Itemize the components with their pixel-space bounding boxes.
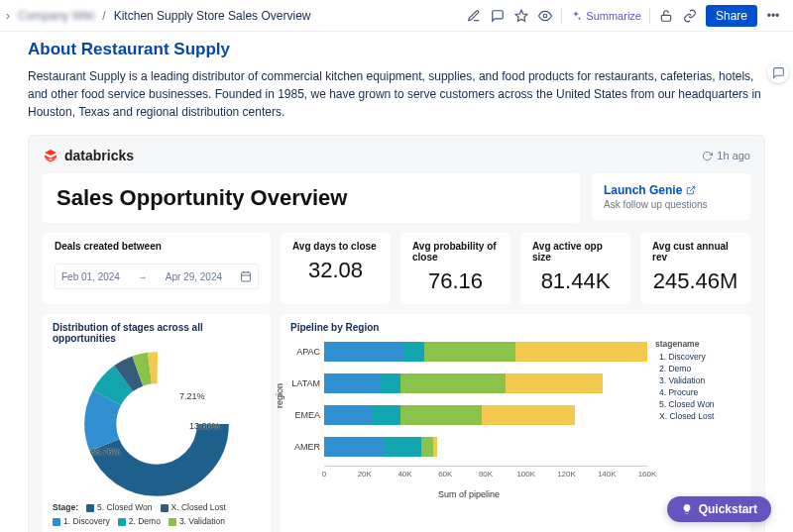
page-body: About Restaurant Supply Restaurant Suppl…	[0, 32, 793, 532]
x-tick: 40K	[397, 470, 411, 479]
dashboard-header: databricks 1h ago	[43, 148, 750, 163]
donut-pct-won: 68.76%	[90, 447, 121, 457]
svg-rect-4	[241, 272, 250, 281]
date-range-picker[interactable]: Feb 01, 2024 → Apr 29, 2024	[55, 264, 259, 289]
more-icon[interactable]: •••	[765, 8, 781, 24]
kpi-label: Avg active opp size	[532, 241, 619, 263]
kpi-label: Avg days to close	[292, 241, 379, 252]
filter-label: Deals created between	[55, 241, 259, 252]
svg-point-1	[544, 14, 548, 18]
date-to: Apr 29, 2024	[166, 271, 222, 282]
bar-row: APAC	[290, 339, 647, 365]
bar-stack	[324, 342, 647, 362]
kpi-annual-rev: Avg cust annual rev 245.46M	[640, 233, 750, 304]
bar-row: LATAM	[290, 371, 647, 396]
bar-cat-label: AMER	[290, 442, 324, 452]
donut-legend: Stage: 5. Closed Won X. Closed Lost 1. D…	[53, 502, 261, 532]
kpi-prob-close: Avg probability of close 76.16	[400, 233, 510, 304]
comment-icon[interactable]	[490, 8, 506, 24]
bar-cat-label: APAC	[290, 347, 324, 357]
quickstart-label: Quickstart	[699, 502, 757, 516]
bar-stack	[324, 437, 647, 457]
bar-row: EMEA	[290, 402, 647, 428]
bar-segment	[381, 373, 400, 393]
svg-line-3	[691, 186, 696, 191]
bar-segment	[324, 405, 373, 425]
kpi-value: 76.16	[412, 268, 499, 294]
x-tick: 160K	[638, 470, 657, 479]
dashboard-embed: databricks 1h ago Sales Opportunity Over…	[28, 135, 765, 532]
bar-segment	[515, 342, 647, 362]
donut-title: Distribution of stages across all opport…	[53, 322, 261, 344]
bar-segment	[482, 405, 575, 425]
x-tick: 80K	[479, 470, 493, 479]
bar-segment	[324, 342, 404, 362]
bar-chart: region APACLATAMEMEAAMER 020K40K60K80K10…	[290, 339, 647, 499]
chevron-right-icon[interactable]: ›	[6, 9, 10, 23]
bar-legend-header: stagename	[655, 339, 740, 349]
quickstart-button[interactable]: Quickstart	[667, 496, 771, 522]
lock-icon[interactable]	[658, 8, 674, 24]
watch-icon[interactable]	[537, 8, 553, 24]
donut-chart-card: Distribution of stages across all opport…	[43, 314, 271, 532]
kpi-days-to-close: Avg days to close 32.08	[281, 233, 391, 304]
genie-card: Launch Genie Ask follow up questions	[592, 173, 750, 220]
bar-cat-label: LATAM	[290, 378, 324, 388]
lightbulb-icon	[681, 503, 693, 515]
summarize-button[interactable]: Summarize	[570, 10, 641, 22]
bar-legend: stagename 1. Discovery 2. Demo 3. Valida…	[655, 339, 740, 499]
bar-cat-label: EMEA	[290, 410, 324, 420]
refresh-icon[interactable]	[702, 151, 713, 161]
bar-row: AMER	[290, 434, 647, 460]
date-filter-card: Deals created between Feb 01, 2024 → Apr…	[43, 233, 271, 304]
kpi-value: 81.44K	[532, 268, 619, 294]
bar-stack	[324, 373, 647, 393]
bar-x-axis: 020K40K60K80K100K120K140K160K	[324, 466, 647, 489]
bar-segment	[506, 373, 603, 393]
summarize-label: Summarize	[586, 10, 641, 22]
donut-pct-discovery: 13.86%	[189, 421, 220, 431]
databricks-icon	[43, 148, 58, 163]
x-tick: 140K	[598, 470, 617, 479]
separator	[649, 8, 650, 24]
genie-subtext: Ask follow up questions	[604, 199, 738, 210]
bar-stack	[324, 405, 647, 425]
edit-icon[interactable]	[466, 8, 482, 24]
link-icon[interactable]	[682, 8, 698, 24]
breadcrumb-current: Kitchen Supply Store Sales Overview	[114, 9, 311, 23]
bar-xlabel: Sum of pipeline	[290, 489, 647, 499]
bar-segment	[324, 437, 385, 457]
bar-segment	[424, 342, 516, 362]
genie-link-text: Launch Genie	[604, 183, 682, 197]
top-bar: › Company Wiki / Kitchen Supply Store Sa…	[0, 0, 793, 32]
bar-segment	[421, 437, 433, 457]
bar-segment	[433, 437, 437, 457]
kpi-value: 245.46M	[652, 268, 738, 294]
kpi-label: Avg cust annual rev	[652, 241, 738, 263]
page-title: About Restaurant Supply	[28, 40, 765, 59]
launch-genie-link[interactable]: Launch Genie	[604, 183, 738, 197]
inline-comment-icon[interactable]	[767, 61, 789, 83]
refresh-time: 1h ago	[717, 150, 750, 161]
date-from: Feb 01, 2024	[61, 271, 120, 282]
x-tick: 0	[322, 470, 326, 479]
bar-segment	[373, 405, 401, 425]
x-tick: 20K	[358, 470, 372, 479]
bar-segment	[385, 437, 421, 457]
kpi-value: 32.08	[292, 258, 379, 283]
breadcrumb-parent[interactable]: Company Wiki	[18, 9, 94, 23]
kpi-label: Avg probability of close	[412, 241, 499, 263]
dashboard-title: Sales Opportunity Overview	[43, 173, 580, 223]
arrow-right-icon: →	[138, 271, 148, 282]
svg-rect-2	[661, 15, 670, 21]
separator	[561, 8, 562, 24]
donut-chart: 68.76% 13.86% 7.21%	[72, 350, 241, 498]
bar-segment	[324, 373, 381, 393]
bar-ylabel: region	[275, 383, 284, 408]
share-button[interactable]: Share	[706, 5, 757, 27]
x-tick: 120K	[557, 470, 576, 479]
kpi-opp-size: Avg active opp size 81.44K	[520, 233, 630, 304]
donut-pct-demo: 7.21%	[179, 391, 205, 401]
star-icon[interactable]	[513, 8, 529, 24]
x-tick: 100K	[516, 470, 535, 479]
